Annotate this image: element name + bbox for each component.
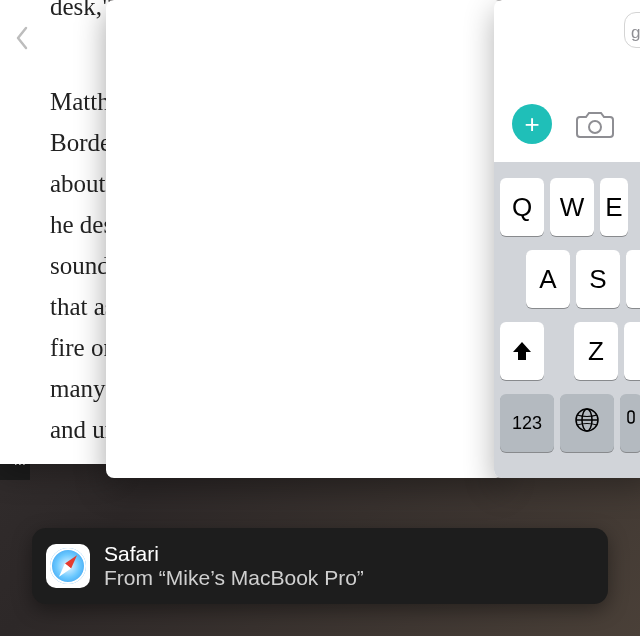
key-z[interactable]: Z bbox=[574, 322, 618, 380]
handoff-text: Safari From “Mike’s MacBook Pro” bbox=[104, 542, 364, 590]
key-partial[interactable] bbox=[624, 322, 640, 380]
key-shift[interactable] bbox=[500, 322, 544, 380]
middle-app-card[interactable] bbox=[106, 0, 504, 478]
url-partial-text: g bbox=[631, 23, 640, 43]
reader-line: and un bbox=[50, 416, 114, 443]
key-mic-partial[interactable] bbox=[620, 394, 640, 452]
reader-line: that as bbox=[50, 293, 114, 320]
reader-line: many p bbox=[50, 375, 114, 402]
keyboard-row-1: Q W E bbox=[494, 178, 640, 236]
handoff-subtitle: From “Mike’s MacBook Pro” bbox=[104, 566, 364, 590]
key-partial[interactable] bbox=[626, 250, 640, 308]
key-q[interactable]: Q bbox=[500, 178, 544, 236]
key-globe[interactable] bbox=[560, 394, 614, 452]
reader-line: fire on bbox=[50, 334, 114, 361]
keyboard-app-card[interactable]: g + Q W E A S bbox=[494, 0, 640, 478]
reader-line: Matthe bbox=[50, 88, 114, 115]
reader-line: sound: bbox=[50, 252, 114, 279]
svg-point-0 bbox=[589, 121, 601, 133]
camera-icon[interactable] bbox=[574, 103, 616, 145]
shift-icon bbox=[510, 339, 534, 363]
reader-line: he desc bbox=[50, 211, 114, 238]
safari-app-icon bbox=[46, 544, 90, 588]
reader-line: about a bbox=[50, 170, 114, 197]
key-numbers[interactable]: 123 bbox=[500, 394, 554, 452]
keyboard: Q W E A S Z 123 bbox=[494, 162, 640, 478]
key-e[interactable]: E bbox=[600, 178, 628, 236]
reader-paragraph-1: desk," s bbox=[50, 0, 114, 27]
key-w[interactable]: W bbox=[550, 178, 594, 236]
compose-toolbar: + bbox=[494, 96, 640, 152]
handoff-app-name: Safari bbox=[104, 542, 364, 566]
svg-rect-4 bbox=[628, 411, 634, 423]
keyboard-row-2: A S bbox=[494, 250, 640, 308]
mic-icon bbox=[624, 410, 638, 437]
handoff-banner[interactable]: Safari From “Mike’s MacBook Pro” bbox=[32, 528, 608, 604]
plus-icon: + bbox=[524, 109, 539, 140]
compass-icon bbox=[50, 548, 86, 584]
chevron-left-icon[interactable] bbox=[14, 26, 30, 57]
reader-line: Borderl bbox=[50, 129, 114, 156]
keyboard-bottom-row: 123 bbox=[494, 394, 640, 452]
key-a[interactable]: A bbox=[526, 250, 570, 308]
reader-app-card[interactable]: desk," s Matthe Borderl about a he desc … bbox=[0, 0, 114, 464]
reader-paragraph-2: Matthe Borderl about a he desc sound: th… bbox=[50, 81, 114, 450]
add-button[interactable]: + bbox=[512, 104, 552, 144]
globe-icon bbox=[574, 407, 600, 440]
keyboard-row-3: Z bbox=[494, 322, 640, 380]
url-input[interactable]: g bbox=[624, 12, 640, 48]
key-s[interactable]: S bbox=[576, 250, 620, 308]
